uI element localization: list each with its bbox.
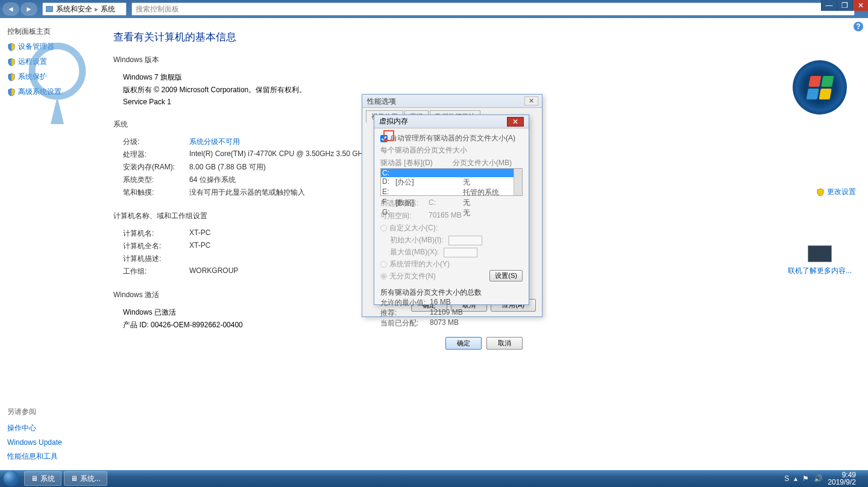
close-button[interactable]: ✕ (852, 0, 868, 11)
control-panel-icon (45, 5, 54, 13)
breadcrumb-l1[interactable]: 系统和安全 (56, 4, 92, 14)
shield-icon (816, 188, 825, 196)
watermark-logo (24, 36, 90, 133)
search-placeholder: 搜索控制面板 (136, 4, 179, 14)
svg-rect-0 (46, 7, 53, 12)
window-titlebar: ◄ ► 系统和安全 ▸ 系统 搜索控制面板 — ❐ ✕ (0, 0, 868, 18)
windows-logo (793, 60, 847, 115)
genuine-badge (808, 245, 832, 262)
nav-forward-button[interactable]: ► (20, 2, 37, 16)
sidebar-bottom-link-1[interactable]: Windows Update (7, 436, 62, 449)
drive-row[interactable]: C: (381, 169, 522, 177)
sidebar: 控制面板主页设备管理器远程设置系统保护高级系统设置 另请参阅 操作中心Windo… (0, 18, 96, 470)
computer-icon: 🖥 (71, 474, 78, 483)
shield-icon (7, 43, 16, 51)
sidebar-bottom-link-2[interactable]: 性能信息和工具 (7, 449, 62, 464)
shield-icon (7, 58, 16, 66)
virtual-memory-dialog: 虚拟内存 ✕ 自动管理所有驱动器的分页文件大小(A) 每个驱动器的分页文件大小 … (374, 115, 529, 305)
custom-size-radio[interactable]: 自定义大小(C): (380, 223, 523, 233)
taskbar-item-1[interactable]: 🖥系统... (64, 471, 107, 486)
tray-flag-icon[interactable]: ⚑ (802, 474, 809, 483)
svg-point-1 (32, 46, 83, 96)
drive-list[interactable]: C:D:[办公]无E:托管的系统F:[数据]无G:无 (380, 168, 523, 196)
clock[interactable]: 9:49 2019/9/2 (828, 471, 856, 486)
windows-version-header: Windows 版本 (113, 55, 851, 65)
breadcrumb-sep: ▸ (95, 5, 98, 13)
drive-row[interactable]: F:[数据]无 (381, 198, 522, 208)
sidebar-bottom-link-0[interactable]: 操作中心 (7, 421, 62, 436)
vm-cancel-button[interactable]: 取消 (486, 337, 523, 350)
computer-icon: 🖥 (31, 474, 38, 483)
change-settings-link[interactable]: 更改设置 (784, 187, 856, 197)
tray-show-hidden-icon[interactable]: ▴ (794, 474, 797, 483)
scrollbar[interactable] (514, 169, 522, 195)
see-also-header: 另请参阅 (7, 407, 62, 417)
drive-row[interactable]: D:[办公]无 (381, 177, 522, 187)
drive-row[interactable]: E:托管的系统 (381, 187, 522, 198)
drive-row[interactable]: G:无 (381, 208, 522, 218)
taskbar-item-0[interactable]: 🖥系统 (24, 471, 61, 486)
no-paging-radio[interactable]: 无分页文件(N) (380, 271, 489, 281)
vm-close-button[interactable]: ✕ (507, 117, 524, 127)
shield-icon (7, 73, 16, 81)
vm-ok-button[interactable]: 确定 (445, 337, 482, 350)
breadcrumb-l2[interactable]: 系统 (101, 4, 115, 14)
start-button[interactable] (0, 470, 23, 487)
version-line: Windows 7 旗舰版 (123, 71, 851, 84)
taskbar: 🖥系统🖥系统... S ▴ ⚑ 🔊 9:49 2019/9/2 (0, 470, 868, 487)
breadcrumb[interactable]: 系统和安全 ▸ 系统 (42, 2, 127, 16)
search-input[interactable]: 搜索控制面板 (131, 2, 855, 16)
auto-manage-checkbox[interactable]: 自动管理所有驱动器的分页文件大小(A) (380, 133, 523, 143)
max-size-input[interactable] (444, 248, 477, 257)
more-online-link[interactable]: 联机了解更多内容... (784, 266, 856, 276)
page-title: 查看有关计算机的基本信息 (113, 30, 851, 44)
highlight-annotation (383, 130, 394, 141)
set-button[interactable]: 设置(S) (489, 270, 523, 281)
shield-icon (7, 88, 16, 96)
nav-back-button[interactable]: ◄ (2, 2, 19, 16)
perf-dialog-title[interactable]: 性能选项 (362, 95, 542, 108)
system-managed-radio[interactable]: 系统管理的大小(Y) (380, 259, 523, 269)
vm-dialog-title[interactable]: 虚拟内存 (379, 116, 408, 127)
perf-close-button[interactable]: ✕ (524, 96, 538, 105)
maximize-button[interactable]: ❐ (837, 0, 852, 11)
minimize-button[interactable]: — (821, 0, 837, 11)
tray-volume-icon[interactable]: 🔊 (814, 474, 823, 483)
tray-sogou-icon[interactable]: S (784, 474, 789, 483)
per-drive-header: 每个驱动器的分页文件大小 (380, 145, 523, 156)
initial-size-input[interactable] (448, 236, 482, 245)
totals-header: 所有驱动器分页文件大小的总数 (380, 287, 523, 298)
